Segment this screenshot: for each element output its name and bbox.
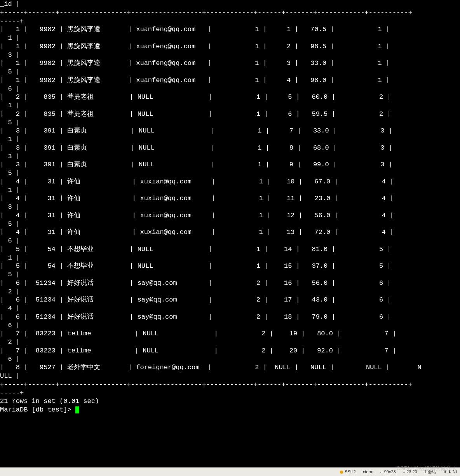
table-row: 3 | xyxy=(0,203,460,211)
table-row: ULL | xyxy=(0,372,460,380)
table-row: 6 | xyxy=(0,85,460,93)
status-bar: SSH2 xterm ⌐ 99x23 ≡ 23,20 1 会话 ⬆ ⬇ NI xyxy=(0,467,460,476)
table-row: | 4 | 31 | 许仙 | xuxian@qq.com | 1 | 12 |… xyxy=(0,211,460,220)
table-row: 1 | xyxy=(0,135,460,144)
table-row: | 7 | 83223 | tellme | NULL | 2 | 19 | 8… xyxy=(0,330,460,338)
table-row: 4 | xyxy=(0,304,460,313)
table-row: 1 | xyxy=(0,254,460,262)
prompt-line[interactable]: MariaDB [db_test]> xyxy=(0,406,460,414)
table-row: | 4 | 31 | 许仙 | xuxian@qq.com | 1 | 13 |… xyxy=(0,228,460,237)
table-row: 2 | xyxy=(0,288,460,296)
table-row: +-----+-------+-----------------+-------… xyxy=(0,9,460,17)
table-row: | 5 | 54 | 不想毕业 | NULL | 1 | 15 | 37.0 |… xyxy=(0,262,460,270)
table-row: 5 | xyxy=(0,169,460,178)
table-row: 6 | xyxy=(0,355,460,364)
table-row: +-----+-------+-----------------+-------… xyxy=(0,380,460,389)
prompt-text: MariaDB [db_test]> xyxy=(0,406,75,413)
table-row: | 3 | 391 | 白素贞 | NULL | 1 | 9 | 99.0 | … xyxy=(0,160,460,169)
table-row: 6 | xyxy=(0,237,460,245)
table-row: 3 | xyxy=(0,152,460,161)
terminal-output: _id |+-----+-------+-----------------+--… xyxy=(0,0,460,414)
table-row: | 1 | 9982 | 黑旋风李逵 | xuanfeng@qq.com | 1… xyxy=(0,59,460,68)
table-row: _id | xyxy=(0,0,460,9)
table-row: 1 | xyxy=(0,101,460,110)
table-row: | 4 | 31 | 许仙 | xuxian@qq.com | 1 | 11 |… xyxy=(0,194,460,203)
session-count: 1 会话 xyxy=(424,469,436,474)
table-row: | 2 | 835 | 菩提老祖 | NULL | 1 | 5 | 60.0 |… xyxy=(0,93,460,101)
table-row: | 1 | 9982 | 黑旋风李逵 | xuanfeng@qq.com | 1… xyxy=(0,76,460,85)
table-row: | 5 | 54 | 不想毕业 | NULL | 1 | 14 | 81.0 |… xyxy=(0,245,460,254)
term-size: ⌐ 99x23 xyxy=(380,469,396,474)
table-row: | 4 | 31 | 许仙 | xuxian@qq.com | 1 | 10 |… xyxy=(0,178,460,186)
table-row: -----+ xyxy=(0,17,460,26)
table-row: 2 | xyxy=(0,338,460,347)
table-row: 3 | xyxy=(0,51,460,59)
table-row: 6 | xyxy=(0,321,460,330)
table-row: | 1 | 9982 | 黑旋风李逵 | xuanfeng@qq.com | 1… xyxy=(0,42,460,51)
table-row: | 7 | 83223 | tellme | NULL | 2 | 20 | 9… xyxy=(0,347,460,355)
table-row: | 3 | 391 | 白素贞 | NULL | 1 | 7 | 33.0 | … xyxy=(0,127,460,135)
table-row: | 1 | 9982 | 黑旋风李逵 | xuanfeng@qq.com | 1… xyxy=(0,25,460,34)
table-row: 5 | xyxy=(0,270,460,279)
table-row: 1 | xyxy=(0,186,460,195)
table-row: | 6 | 51234 | 好好说话 | say@qq.com | 2 | 17… xyxy=(0,296,460,304)
table-row: | 3 | 391 | 白素贞 | NULL | 1 | 8 | 68.0 | … xyxy=(0,144,460,152)
table-row: 5 | xyxy=(0,68,460,76)
cursor xyxy=(75,406,79,413)
table-row: 1 | xyxy=(0,34,460,42)
status-tail: ⬆ ⬇ NI xyxy=(443,469,457,474)
table-row: -----+ xyxy=(0,389,460,398)
table-row: 5 | xyxy=(0,220,460,228)
table-row: | 2 | 835 | 菩提老祖 | NULL | 1 | 6 | 59.5 |… xyxy=(0,110,460,119)
cursor-pos: ≡ 23,20 xyxy=(403,469,417,474)
ssh-indicator: SSH2 xyxy=(340,469,356,474)
table-row: 5 | xyxy=(0,119,460,127)
table-row: | 6 | 51234 | 好好说话 | say@qq.com | 2 | 16… xyxy=(0,279,460,288)
term-type: xterm xyxy=(363,469,374,474)
table-row: 21 rows in set (0.01 sec) xyxy=(0,397,460,406)
table-row: | 6 | 51234 | 好好说话 | say@qq.com | 2 | 18… xyxy=(0,313,460,321)
table-row: | 8 | 9527 | 老外学中文 | foreigner@qq.com | … xyxy=(0,363,460,372)
